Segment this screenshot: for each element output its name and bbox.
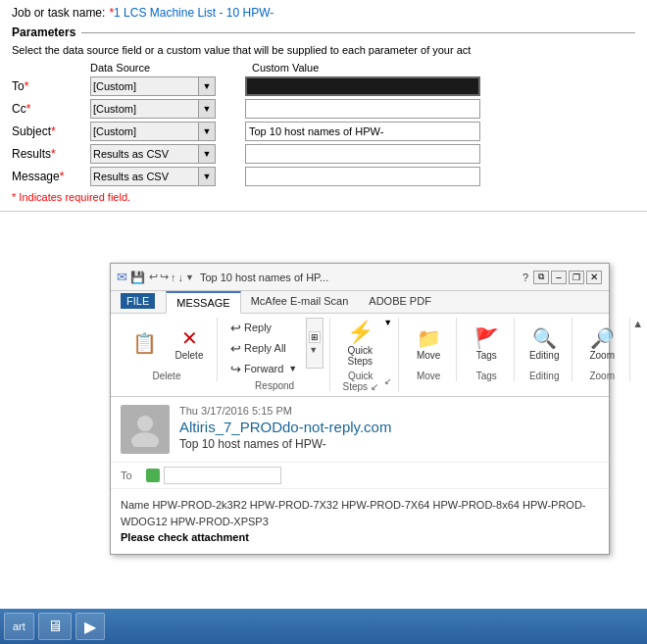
close-btn[interactable]: ✕ bbox=[586, 271, 602, 284]
ribbon-group-editing: 🔍 Editing Editing bbox=[517, 318, 572, 381]
field-datasource-message[interactable]: Results as CSV ▼ bbox=[90, 167, 216, 186]
to-value[interactable] bbox=[164, 467, 281, 484]
parameters-description: Select the data source field or a custom… bbox=[12, 44, 635, 56]
field-row-cc: Cc* [Custom] ▼ bbox=[12, 99, 635, 119]
ribbon-btn-lightning[interactable]: ⚡ QuickSteps bbox=[338, 318, 381, 369]
datasource-select-cc[interactable]: [Custom] bbox=[90, 99, 198, 119]
datasource-arrow-subject[interactable]: ▼ bbox=[198, 122, 216, 141]
field-custom-subject bbox=[245, 122, 635, 141]
tags-label: Tags bbox=[476, 350, 497, 361]
datasource-arrow-to[interactable]: ▼ bbox=[198, 76, 216, 96]
email-datetime: Thu 3/17/2016 5:15 PM bbox=[179, 405, 599, 417]
undo-icon[interactable]: ↩ bbox=[149, 271, 158, 283]
field-row-message: Message* Results as CSV ▼ bbox=[12, 167, 635, 186]
ribbon-btn-reply[interactable]: ↩ Reply bbox=[225, 318, 302, 337]
quick-steps-dropdown-icon: ▼ bbox=[383, 318, 392, 327]
ribbon-btn-forward[interactable]: ↪ Forward ▼ bbox=[225, 359, 302, 378]
field-label-to: To* bbox=[12, 79, 90, 93]
task-icon-2: ▶ bbox=[84, 618, 96, 636]
outlook-titlebar: ✉ 💾 ↩ ↪ ↑ ↓ ▼ Top 10 host names of HP...… bbox=[111, 264, 609, 291]
taskbar-start-btn[interactable]: art bbox=[4, 613, 34, 640]
move-icon: 📁 bbox=[417, 326, 441, 350]
taskbar-icon2[interactable]: ▶ bbox=[75, 613, 105, 640]
taskbar-icon1[interactable]: 🖥 bbox=[38, 613, 72, 640]
ribbon-collapse-btn[interactable]: ▲ bbox=[632, 318, 645, 343]
column-headers: Data Source Custom Value bbox=[90, 62, 635, 74]
to-badge bbox=[146, 469, 160, 482]
custom-input-message[interactable] bbox=[245, 167, 480, 186]
editing-group-label: Editing bbox=[529, 371, 560, 381]
field-datasource-cc[interactable]: [Custom] ▼ bbox=[90, 99, 216, 119]
tab-adobe[interactable]: ADOBE PDF bbox=[359, 291, 442, 313]
svg-point-1 bbox=[131, 432, 159, 447]
tab-mcafee[interactable]: McAfee E-mail Scan bbox=[241, 291, 360, 313]
datasource-select-subject[interactable]: [Custom] bbox=[90, 122, 198, 141]
redo-icon[interactable]: ↪ bbox=[160, 271, 169, 283]
ribbon-btn-move[interactable]: 📁 Move bbox=[407, 318, 450, 369]
datasource-select-results[interactable]: Results as CSV bbox=[90, 144, 198, 164]
sender-avatar bbox=[121, 405, 170, 454]
datasource-select-to[interactable]: [Custom] bbox=[90, 76, 198, 96]
email-body: Name HPW-PROD-2k3R2 HPW-PROD-7X32 HPW-PR… bbox=[111, 489, 609, 554]
ribbon-btn-delete[interactable]: ✕ Delete bbox=[168, 318, 211, 369]
field-datasource-subject[interactable]: [Custom] ▼ bbox=[90, 122, 216, 141]
tags-buttons: 🚩 Tags bbox=[465, 318, 508, 369]
col-header-datasource: Data Source bbox=[90, 62, 223, 74]
email-meta: Thu 3/17/2016 5:15 PM Altiris_7_PRODdo-n… bbox=[179, 405, 599, 454]
respond-group-label: Respond bbox=[255, 380, 294, 391]
field-label-cc: Cc* bbox=[12, 102, 90, 116]
up-icon[interactable]: ↑ bbox=[171, 272, 176, 283]
datasource-arrow-message[interactable]: ▼ bbox=[198, 167, 216, 186]
field-datasource-results[interactable]: Results as CSV ▼ bbox=[90, 144, 216, 164]
task-icon-1: 🖥 bbox=[47, 618, 63, 635]
tab-message[interactable]: MESSAGE bbox=[166, 291, 240, 314]
ribbon-content: 📋 ✕ Delete Delete bbox=[111, 314, 609, 397]
field-custom-cc bbox=[245, 99, 635, 119]
ribbon-btn-clipboard[interactable]: 📋 bbox=[123, 318, 166, 369]
custom-input-subject[interactable] bbox=[245, 122, 480, 141]
delete-buttons: 📋 ✕ Delete bbox=[123, 318, 211, 369]
field-row-subject: Subject* [Custom] ▼ bbox=[12, 122, 635, 141]
forward-icon: ↪ bbox=[230, 362, 241, 376]
delete-group-label: Delete bbox=[153, 371, 181, 381]
ribbon-btn-editing[interactable]: 🔍 Editing bbox=[523, 318, 566, 369]
parameters-header: Parameters bbox=[12, 25, 75, 39]
minimize-btn[interactable]: − bbox=[551, 271, 567, 284]
tab-file[interactable]: FILE bbox=[111, 291, 166, 313]
customize-icon[interactable]: ▼ bbox=[185, 272, 194, 282]
custom-input-results[interactable] bbox=[245, 144, 480, 164]
datasource-arrow-results[interactable]: ▼ bbox=[198, 144, 216, 164]
ribbon-group-delete: 📋 ✕ Delete Delete bbox=[117, 318, 218, 381]
tags-group-label: Tags bbox=[476, 371, 497, 381]
datasource-arrow-cc[interactable]: ▼ bbox=[198, 99, 216, 119]
down-icon[interactable]: ↓ bbox=[178, 272, 184, 283]
editing-label: Editing bbox=[529, 350, 560, 361]
quick-steps-group-label: Quick Steps ↙ ↙ bbox=[338, 371, 392, 392]
ribbon-btn-tags[interactable]: 🚩 Tags bbox=[465, 318, 508, 369]
custom-input-cc[interactable] bbox=[245, 99, 480, 119]
parameters-divider bbox=[81, 32, 635, 33]
datasource-select-message[interactable]: Results as CSV bbox=[90, 167, 198, 186]
restore-icon[interactable]: ⧉ bbox=[533, 271, 549, 284]
email-body-bold: Please check attachment bbox=[121, 531, 249, 543]
help-btn[interactable]: ? bbox=[523, 272, 528, 283]
binoculars-icon: 🔍 bbox=[532, 326, 557, 350]
job-name-link[interactable]: 1 LCS Machine List - 10 HPW- bbox=[114, 6, 274, 20]
ribbon-btn-reply-all[interactable]: ↩ Reply All bbox=[225, 338, 302, 358]
email-header: Thu 3/17/2016 5:15 PM Altiris_7_PRODdo-n… bbox=[111, 397, 609, 463]
custom-input-to[interactable] bbox=[245, 76, 480, 96]
move-buttons: 📁 Move bbox=[407, 318, 450, 369]
maximize-btn[interactable]: ❐ bbox=[569, 271, 584, 284]
field-datasource-to[interactable]: [Custom] ▼ bbox=[90, 76, 216, 96]
quick-steps-expand-icon: ↙ bbox=[384, 376, 392, 386]
reply-all-label: Reply All bbox=[244, 342, 286, 354]
respond-buttons: ↩ Reply ↩ Reply All ↪ Forward ▼ bbox=[225, 318, 324, 378]
field-row-results: Results* Results as CSV ▼ bbox=[12, 144, 635, 164]
form-area: Job or task name: * 1 LCS Machine List -… bbox=[0, 0, 647, 211]
respond-more-btn[interactable]: ⊞ ▼ bbox=[306, 318, 324, 369]
quick-steps-buttons: ⚡ QuickSteps ▼ bbox=[338, 318, 392, 369]
save-icon[interactable]: 💾 bbox=[130, 271, 145, 284]
respond-small-group: ↩ Reply ↩ Reply All ↪ Forward ▼ bbox=[225, 318, 302, 378]
ribbon-btn-zoom[interactable]: 🔎 Zoom bbox=[580, 318, 623, 369]
quick-steps-arrow[interactable]: ▼ bbox=[383, 318, 392, 341]
